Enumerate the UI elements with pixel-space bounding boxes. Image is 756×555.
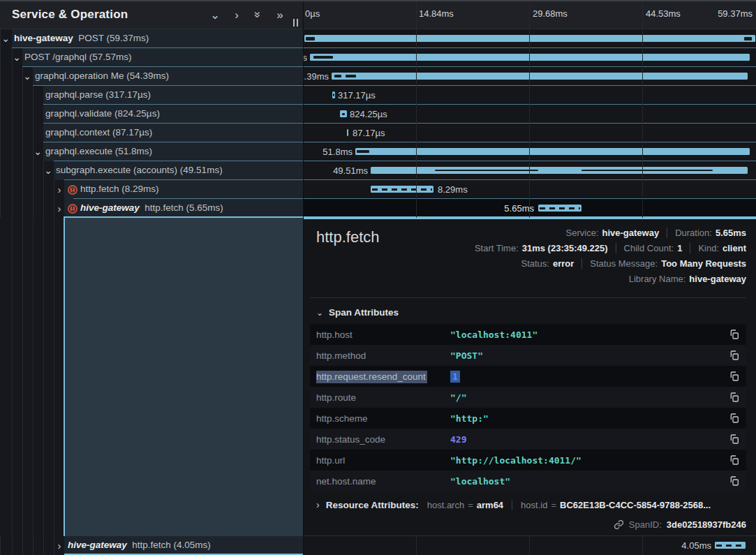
span-bar[interactable] [332,91,335,98]
panel-divider[interactable] [303,0,304,555]
duration-label: 54.39ms [303,71,329,82]
tree-row-graphql-context[interactable]: graphql.context (87.17µs) [0,124,303,142]
tree-row-post-graphql[interactable]: ⌄ POST /graphql (57.57ms) [0,48,303,67]
span-bar[interactable] [340,110,347,117]
attribute-row: http.route "/" [310,387,746,408]
span-id-value: 3de02518937fb246 [667,519,746,530]
resource-key: host.arch [427,500,464,510]
chevron-down-icon[interactable]: ⌄ [44,165,52,177]
span-label: http.fetch (5.65ms) [144,202,223,213]
span-bar[interactable] [310,54,750,61]
meta-label: Duration: [675,228,712,238]
copy-icon[interactable] [729,413,740,424]
attribute-key: net.host.name [316,476,450,487]
meta-label: Status Message: [590,258,658,269]
copy-icon[interactable] [729,329,740,340]
tree-row-subgraph-execute[interactable]: ⌄ subgraph.execute (accounts) (49.51ms) [0,161,303,180]
resource-attributes-row[interactable]: › Resource Attributes: host.arch = arm64… [316,499,746,510]
span-detail-title: http.fetch [316,228,380,246]
duration-label: 4.05ms [681,540,711,551]
chevron-down-icon: ⌄ [316,308,323,318]
tree-row-http-fetch-8ms[interactable]: › http.fetch (8.29ms) [0,180,303,199]
tree-indent-guides [0,218,303,536]
chevron-right-icon[interactable]: › [55,184,64,195]
panel-resize-handle[interactable] [293,19,298,27]
attribute-value: "http:" [450,413,489,424]
chevron-right-icon: › [316,499,320,510]
copy-icon[interactable] [729,392,740,403]
meta-label: Service: [566,228,599,238]
span-bar[interactable] [715,542,746,549]
meta-value-library: hive-gateway [689,274,746,284]
tree-row-graphql-operation[interactable]: ⌄ graphql.operation Me (54.39ms) [0,67,303,86]
attribute-row: http.url "http://localhost:4011/" [310,450,746,471]
attribute-row-highlighted: http.request.resend_count 1 [310,366,746,387]
chevron-down-icon[interactable]: ⌄ [1,33,10,45]
span-bar[interactable] [355,148,750,155]
collapse-one-icon[interactable]: ⌄ [209,8,221,21]
span-id-row: SpanID: 3de02518937fb246 [614,519,746,530]
copy-icon[interactable] [729,454,740,466]
chevron-right-icon[interactable]: › [55,540,64,552]
span-tree: ⌄ hive-gateway POST (59.37ms) ⌄ POST /gr… [0,29,303,218]
tree-row-graphql-parse[interactable]: graphql.parse (317.17µs) [0,86,303,105]
chevron-right-icon[interactable]: › [55,202,64,214]
duration-label: 8.29ms [438,184,468,195]
tree-row-hive-gateway-post[interactable]: ⌄ hive-gateway POST (59.37ms) [0,29,303,48]
span-label: http.fetch (8.29ms) [80,184,159,194]
resource-value: BC62E13B-C4CC-5854-9788-2568... [560,500,711,510]
duration-label: 49.51ms [333,165,368,176]
service-name: hive-gateway [80,202,140,213]
span-bar[interactable] [347,129,348,136]
expand-one-icon[interactable]: › [230,8,243,21]
resource-key: host.id [521,500,547,510]
span-bar[interactable] [371,167,748,174]
attribute-key: http.host [316,330,450,340]
tree-header: Service & Operation ⌄ › » » [0,0,303,29]
tick-label: 29.68ms [533,8,568,19]
span-bar[interactable] [371,186,433,193]
link-icon[interactable] [614,519,624,530]
tree-row-http-fetch-4ms[interactable]: › hive-gateway http.fetch (4.05ms) [0,536,303,555]
copy-icon[interactable] [729,434,740,445]
tree-header-title: Service & Operation [0,8,128,22]
chevron-down-icon[interactable]: ⌄ [23,71,31,82]
meta-value-start-time: 31ms (23:35:49.225) [522,243,608,253]
attribute-key: http.request.resend_count [316,371,427,383]
span-label: graphql.operation Me (54.39ms) [35,71,169,81]
span-attributes-toggle[interactable]: ⌄ Span Attributes [316,307,399,318]
span-bar[interactable] [332,73,748,80]
tree-row-graphql-validate[interactable]: graphql.validate (824.25µs) [0,105,303,124]
attribute-value: 1 [450,371,460,383]
attribute-value: "/" [450,392,466,403]
attribute-key: http.status_code [316,434,450,445]
resource-attributes-title: Resource Attributes: [326,500,419,510]
tree-row-graphql-execute[interactable]: ⌄ graphql.execute (51.8ms) [0,142,303,161]
trace-viewer: Service & Operation ⌄ › » » ⌄ hive-gatew… [0,0,756,555]
tree-row-http-fetch-5ms-selected[interactable]: › hive-gateway http.fetch (5.65ms) [0,199,303,218]
attribute-row: http.method "POST" [310,345,746,366]
attribute-key: http.url [316,455,450,466]
expand-all-icon[interactable]: » [274,8,286,21]
meta-value-kind: client [722,243,746,253]
attribute-row: http.scheme "http:" [310,408,746,429]
copy-icon[interactable] [729,371,740,382]
span-label: POST /graphql (57.57ms) [24,52,132,62]
copy-icon[interactable] [729,350,740,361]
meta-value-child-count: 1 [677,243,682,253]
chevron-down-icon[interactable]: ⌄ [13,52,21,64]
span-bar[interactable] [304,35,755,42]
resource-value: arm64 [477,500,503,510]
span-bar[interactable] [538,205,581,212]
span-label: graphql.validate (824.25µs) [45,108,160,119]
span-label: POST (59.37ms) [78,33,149,43]
tick-label: 0µs [305,8,320,19]
tick-label: 59.37ms [718,8,753,19]
copy-icon[interactable] [729,475,740,487]
service-name: hive-gateway [68,540,127,550]
tick-label: 44.53ms [646,8,681,19]
attribute-value: "http://localhost:4011/" [450,455,581,466]
collapse-all-icon[interactable]: » [252,8,265,21]
duration-label: 317.17µs [338,90,376,101]
chevron-down-icon[interactable]: ⌄ [34,146,42,158]
